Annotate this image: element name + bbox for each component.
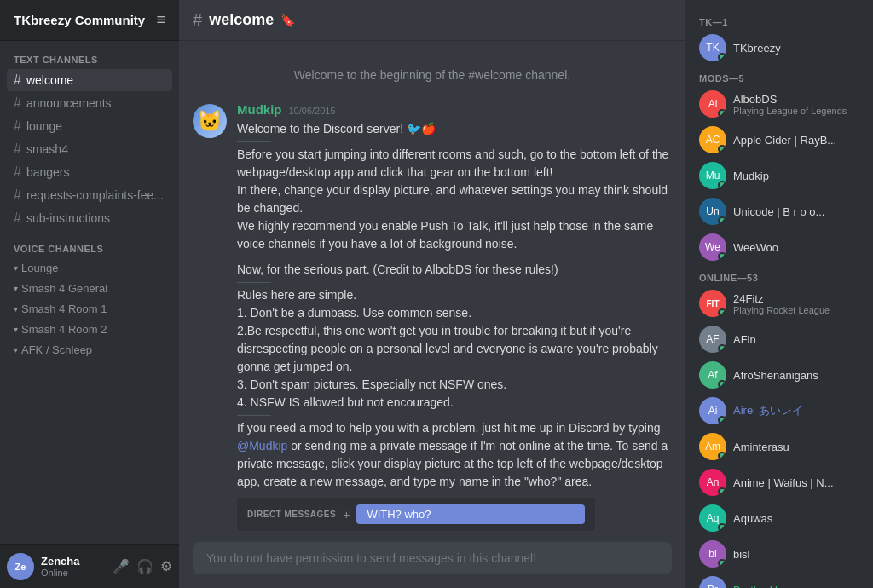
avatar: Ze [7,553,34,580]
member-item-weewoo[interactable]: We WeeWoo [692,230,866,264]
username: Zencha [41,555,113,568]
channel-header-name: welcome [209,11,274,29]
dm-plus-icon[interactable]: + [343,508,350,522]
channel-item-sub-instructions[interactable]: # sub-instructions [7,207,172,229]
channel-hash-icon: # [14,187,21,203]
member-name: bisl [733,548,859,561]
channel-hash-icon: # [14,141,21,157]
avatar: Ai [699,397,726,424]
avatar: Af [699,361,726,389]
user-panel: Ze Zencha Online 🎤 🎧 ⚙ [0,544,179,588]
channel-hash-icon: # [14,210,21,226]
online-indicator [718,416,726,424]
member-item-aminterasu[interactable]: Am Aminterasu [692,429,866,464]
member-item-albobds[interactable]: Al AlbobDS Playing League of Legends [692,87,866,121]
online-indicator [718,559,726,568]
member-name: Mudkip [733,170,859,182]
channel-hash-icon: # [193,10,202,30]
avatar [193,104,227,138]
avatar: Al [699,90,726,118]
member-item-tkbreezy[interactable]: TK TKbreezy [692,31,866,65]
channel-item-smash4[interactable]: # smash4 [7,138,172,160]
member-info: AlbobDS Playing League of Legends [733,93,859,116]
online-indicator [718,181,726,189]
channel-item-requests[interactable]: # requests-complaints-fee... [7,184,172,206]
settings-icon[interactable]: ⚙ [160,558,172,574]
member-name: WeeWoo [733,241,859,254]
online-indicator [718,252,726,261]
channel-item-lounge[interactable]: # lounge [7,115,172,137]
member-item-brotherhowe[interactable]: Br BrotherHowe [692,573,866,588]
member-name: AfroShenanigans [733,369,859,382]
message-timestamp: 10/06/2015 [289,106,336,116]
online-indicator [718,109,726,118]
member-item-anime[interactable]: An Anime | Waifus | N... [692,465,866,499]
voice-channel-smash4room2[interactable]: ▾ Smash 4 Room 2 [7,320,172,339]
member-item-afroshenanigans[interactable]: Af AfroShenanigans [692,358,866,392]
channel-item-welcome[interactable]: # welcome [7,69,172,91]
channel-hash-icon: # [14,164,21,180]
chevron-down-icon: ▾ [14,263,18,273]
channel-name-announcements: announcements [26,96,112,110]
member-info: bisl [733,548,859,561]
member-item-bisl[interactable]: bi bisl [692,537,866,571]
voice-channel-name-lounge: Lounge [21,262,58,274]
dm-input[interactable]: WITH? who? [356,504,585,524]
member-item-airei[interactable]: Ai Airei あいレイ [692,394,866,428]
message-header: Mudkip 10/06/2015 [237,102,672,117]
member-info: 24Fitz Playing Rocket League [733,292,859,315]
avatar: bi [699,540,726,568]
hamburger-icon[interactable]: ≡ [156,11,165,29]
voice-channel-smash4room1[interactable]: ▾ Smash 4 Room 1 [7,299,172,319]
member-info: WeeWoo [733,241,859,254]
member-info: Mudkip [733,170,859,182]
member-item-mudkip[interactable]: Mu Mudkip [692,159,866,193]
member-section-label-tk: TK—1 [692,10,866,31]
voice-channel-afk[interactable]: ▾ AFK / Schleep [7,340,172,360]
voice-channel-smash4general[interactable]: ▾ Smash 4 General [7,279,172,298]
channel-name-smash4: smash4 [26,142,68,156]
channel-item-announcements[interactable]: # announcements [7,92,172,114]
member-item-applecider[interactable]: AC Apple Cider | RayB... [692,123,866,157]
headphones-icon[interactable]: 🎧 [136,558,153,574]
online-indicator [718,53,726,61]
member-info: Anime | Waifus | N... [733,476,859,489]
avatar: Br [699,576,726,588]
channel-item-bangers[interactable]: # bangers [7,161,172,183]
member-name: Anime | Waifus | N... [733,476,859,489]
text-channels-label: TEXT CHANNELS [0,41,179,68]
mention-link[interactable]: @Mudkip [237,439,287,453]
member-name: AlbobDS [733,93,859,106]
user-info: Zencha Online [41,555,113,578]
channel-hash-icon: # [14,118,21,134]
online-indicator [718,344,726,353]
member-info: TKbreezy [733,42,859,55]
member-item-afin[interactable]: AF AFin [692,322,866,356]
member-info: BrotherHowe [733,584,859,589]
avatar: An [699,469,726,496]
bookmark-icon[interactable]: 🔖 [280,14,295,27]
member-item-aquwas[interactable]: Aq Aquwas [692,501,866,535]
server-header[interactable]: TKbreezy Community ≡ [0,0,179,41]
online-indicator [718,308,726,317]
member-name: Aminterasu [733,441,859,453]
member-name: Aquwas [733,512,859,525]
member-name: BrotherHowe [733,584,859,589]
channel-name-sub-instructions: sub-instructions [26,211,110,225]
sidebar-channels: TEXT CHANNELS # welcome # announcements … [0,41,179,544]
avatar: Am [699,433,726,460]
voice-channel-lounge[interactable]: ▾ Lounge [7,258,172,278]
member-status: Playing League of Legends [733,106,859,116]
voice-channel-name-afk: AFK / Schleep [21,343,92,356]
member-name: Unicode | B r o o... [733,205,859,218]
member-item-24fitz[interactable]: FIT 24Fitz Playing Rocket League [692,286,866,320]
member-section-label-online: ONLINE—53 [692,266,866,286]
online-indicator [718,380,726,389]
message-content: Mudkip 10/06/2015 Welcome to the Discord… [237,102,672,538]
chat-input[interactable]: You do not have permission to send messa… [193,542,672,574]
chat-messages: Welcome to the beginning of the #welcome… [179,41,685,542]
microphone-icon[interactable]: 🎤 [113,558,130,574]
welcome-banner: Welcome to the beginning of the #welcome… [193,55,672,102]
member-item-unicode[interactable]: Un Unicode | B r o o... [692,194,866,228]
online-indicator [718,216,726,225]
